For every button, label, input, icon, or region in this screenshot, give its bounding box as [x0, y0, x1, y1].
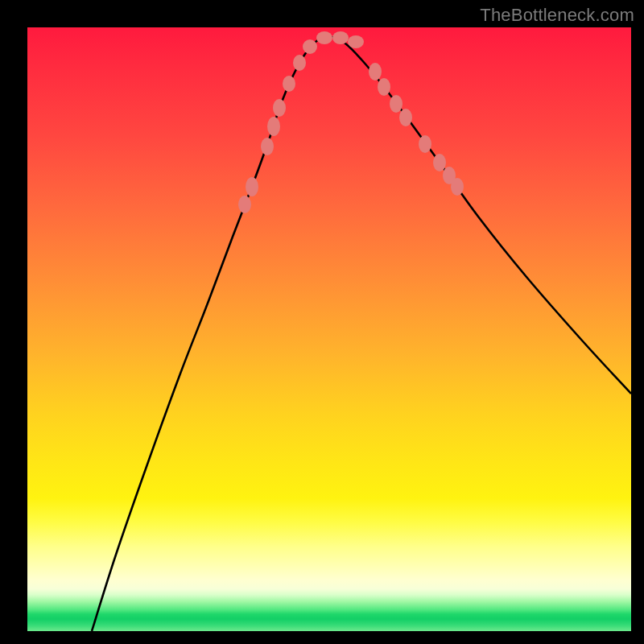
data-marker: [348, 35, 364, 48]
data-marker: [283, 76, 295, 92]
data-marker: [273, 99, 286, 117]
data-marker: [433, 154, 446, 171]
data-marker: [332, 31, 349, 44]
data-marker: [390, 95, 402, 113]
data-marker: [267, 117, 280, 136]
data-marker: [451, 178, 464, 196]
data-marker: [369, 63, 382, 80]
data-marker: [419, 135, 431, 153]
data-marker: [261, 138, 274, 155]
data-marker: [316, 31, 332, 44]
data-marker: [293, 55, 306, 71]
data-marker: [238, 196, 251, 213]
plot-area: [27, 27, 631, 631]
data-marker: [303, 39, 317, 54]
data-markers: [238, 31, 464, 213]
watermark-text: TheBottleneck.com: [480, 5, 634, 26]
data-marker: [399, 109, 412, 126]
chart-frame: TheBottleneck.com: [0, 0, 644, 644]
chart-svg: [27, 27, 631, 631]
data-marker: [378, 78, 390, 96]
bottleneck-curve: [92, 37, 631, 631]
data-marker: [246, 177, 258, 196]
